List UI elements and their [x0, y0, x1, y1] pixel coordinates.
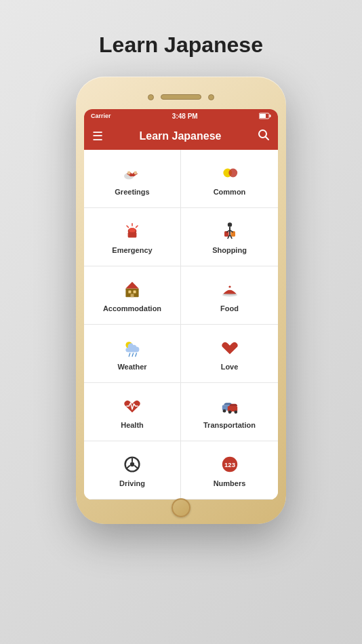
svg-rect-1	[269, 115, 270, 117]
category-driving-label: Driving	[119, 479, 145, 487]
category-shopping-label: Shopping	[212, 246, 247, 254]
svg-rect-2	[260, 114, 266, 118]
phone-speaker	[161, 94, 201, 100]
svg-line-14	[136, 226, 138, 227]
svg-line-35	[136, 353, 137, 357]
svg-point-6	[127, 171, 131, 174]
svg-line-45	[126, 465, 130, 468]
category-love-label: Love	[221, 363, 239, 371]
home-button[interactable]	[172, 498, 190, 517]
category-common-label: Common	[214, 188, 246, 196]
category-common[interactable]: Common	[181, 150, 278, 208]
status-time: 3:48 PM	[172, 113, 198, 120]
phone-camera	[148, 94, 154, 100]
phone-bottom	[84, 500, 278, 516]
category-weather-label: Weather	[117, 363, 146, 371]
category-health[interactable]: Health	[84, 383, 181, 441]
svg-line-4	[265, 137, 268, 140]
category-transportation[interactable]: Transportation	[181, 383, 278, 441]
status-battery	[259, 113, 271, 119]
svg-point-37	[222, 409, 226, 412]
hamburger-menu-button[interactable]: ☰	[92, 129, 103, 144]
svg-point-7	[134, 171, 137, 174]
category-emergency-label: Emergency	[112, 246, 152, 254]
svg-point-41	[234, 410, 237, 414]
phone-shell: Carrier 3:48 PM ☰ Learn Japanese	[76, 77, 286, 524]
category-driving[interactable]: Driving	[84, 441, 181, 500]
category-weather[interactable]: Weather	[84, 325, 181, 383]
svg-rect-27	[134, 290, 136, 293]
search-button[interactable]	[258, 129, 270, 144]
svg-point-43	[130, 462, 134, 466]
app-header: ☰ Learn Japanese	[84, 123, 278, 150]
category-accommodation-label: Accommodation	[103, 304, 161, 313]
page-title: Learn Japanese	[99, 33, 263, 58]
svg-rect-26	[128, 290, 131, 293]
category-numbers[interactable]: 123 Numbers	[181, 441, 278, 500]
category-emergency[interactable]: Emergency	[84, 208, 181, 266]
category-numbers-label: Numbers	[214, 479, 246, 487]
svg-point-40	[228, 410, 231, 414]
category-transportation-label: Transportation	[203, 421, 256, 429]
status-bar: Carrier 3:48 PM	[84, 109, 278, 123]
svg-line-15	[127, 226, 128, 227]
svg-point-12	[129, 228, 136, 232]
categories-grid: Greetings Common	[84, 150, 278, 500]
category-health-label: Health	[121, 421, 144, 429]
category-shopping[interactable]: Shopping	[181, 208, 278, 266]
category-food-label: Food	[220, 304, 239, 313]
app-header-title: Learn Japanese	[140, 130, 222, 142]
phone-camera-right	[208, 94, 214, 100]
svg-line-46	[134, 465, 138, 468]
svg-rect-28	[131, 294, 134, 297]
svg-point-31	[228, 285, 230, 287]
category-food[interactable]: Food	[181, 266, 278, 325]
category-greetings-label: Greetings	[115, 188, 149, 196]
status-carrier: Carrier	[91, 113, 111, 119]
category-accommodation[interactable]: Accommodation	[84, 266, 181, 325]
phone-screen: Carrier 3:48 PM ☰ Learn Japanese	[84, 109, 278, 500]
svg-text:123: 123	[224, 461, 235, 468]
category-love[interactable]: Love	[181, 325, 278, 383]
category-greetings[interactable]: Greetings	[84, 150, 181, 208]
svg-point-9	[228, 168, 237, 177]
svg-marker-25	[125, 281, 138, 288]
svg-line-33	[129, 353, 130, 357]
phone-top-bar	[84, 85, 278, 109]
svg-point-16	[227, 222, 231, 226]
svg-line-34	[132, 353, 134, 357]
